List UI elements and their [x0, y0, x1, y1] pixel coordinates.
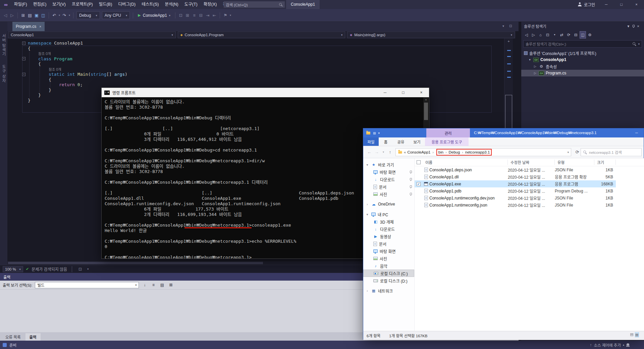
codelens-references[interactable]: 참조 0개: [49, 67, 61, 71]
output-clear-icon[interactable]: ⊠: [168, 283, 174, 287]
details-view-icon[interactable]: ▤: [630, 332, 633, 337]
sidebar-item-desktop[interactable]: 바탕 화면: [363, 168, 414, 176]
sync-icon[interactable]: ⇄: [558, 32, 565, 38]
quick-access-caret-icon[interactable]: ▾: [378, 131, 380, 135]
fold-marker[interactable]: −: [22, 73, 25, 76]
expander-open-icon[interactable]: ▾: [365, 163, 369, 167]
configuration-dropdown[interactable]: Debug ▾: [76, 11, 100, 19]
tab-program-cs[interactable]: Program.cs ×: [12, 22, 45, 31]
quick-search-input[interactable]: 검색 (Ctrl+Q): [224, 1, 285, 8]
redo-caret-icon[interactable]: ▾: [68, 11, 71, 19]
output-wrap-icon[interactable]: ≡: [150, 283, 156, 287]
column-header-date[interactable]: 수정한 날짜: [508, 160, 555, 165]
home-icon[interactable]: ⌂: [537, 32, 544, 38]
expander-closed-icon[interactable]: ›: [365, 202, 369, 206]
expander-open-icon[interactable]: ▾: [528, 58, 532, 61]
project-dropdown[interactable]: ConsoleApp1 ▾: [8, 32, 176, 38]
ribbon-tab-file[interactable]: 파일: [363, 137, 379, 146]
column-header-name[interactable]: 이름: [423, 160, 508, 165]
save-icon[interactable]: ▣: [33, 11, 40, 19]
undo-icon[interactable]: ↶: [51, 11, 58, 19]
refresh-icon[interactable]: ⟳: [574, 146, 581, 158]
toolbar-icon-1[interactable]: ⊡: [177, 11, 184, 19]
expander-open-icon[interactable]: ▾: [365, 213, 369, 216]
toolbar-icon-3[interactable]: ≡: [191, 11, 198, 19]
redo-icon[interactable]: ↷: [61, 11, 68, 19]
tree-item-dependencies[interactable]: ▷ ⚙ 종속성: [521, 63, 644, 70]
back-icon[interactable]: ◁: [523, 32, 530, 38]
start-debugging-button[interactable]: ▶ ConsoleApp1 ▾: [135, 13, 173, 18]
sidebar-tab-toolbox[interactable]: 도구 상자: [1, 65, 6, 83]
zoom-dropdown[interactable]: 100 % ▾: [3, 266, 23, 272]
sidebar-item-pc-downloads[interactable]: ↓다운로드: [363, 225, 414, 233]
chevron-down-icon[interactable]: ▾: [625, 23, 632, 30]
type-dropdown[interactable]: ◆ ConsoleApp1.Program ▾: [178, 32, 345, 38]
breadcrumb-debug[interactable]: Debug: [449, 150, 460, 154]
chevron-down-icon[interactable]: ▾: [551, 32, 558, 38]
map-viewport[interactable]: [505, 95, 512, 132]
breadcrumb-netcoreapp31[interactable]: netcoreapp3.1: [465, 150, 490, 154]
file-row[interactable]: ConsoleApp1.dll 2020-04-12 일요일 ... 응용 프로…: [415, 173, 616, 180]
file-row-selected[interactable]: ✔ ConsoleApp1.exe 2020-04-12 일요일 ... 응용 …: [415, 180, 616, 187]
menu-debug[interactable]: 디버그(D): [115, 0, 139, 9]
scrollbar-thumb[interactable]: [424, 103, 428, 120]
sidebar-item-pictures[interactable]: 사진: [363, 190, 414, 198]
sidebar-item-documents[interactable]: 문서: [363, 183, 414, 190]
undo-caret-icon[interactable]: ▾: [58, 11, 61, 19]
platform-dropdown[interactable]: Any CPU ▾: [102, 11, 130, 19]
bookmark-caret-icon[interactable]: ▾: [229, 11, 232, 19]
sidebar-item-onedrive[interactable]: ›☁OneDrive: [363, 200, 414, 208]
file-row[interactable]: ConsoleApp1.deps.json 2020-04-12 일요일 ...…: [415, 166, 616, 173]
switch-views-icon[interactable]: ⊡: [544, 32, 551, 38]
save-all-icon[interactable]: ◫: [40, 11, 47, 19]
column-header-type[interactable]: 유형: [555, 160, 594, 165]
sidebar-item-3d-objects[interactable]: ◧3D 개체: [363, 218, 414, 225]
menu-build[interactable]: 빌드(B): [96, 0, 115, 9]
expander-closed-icon[interactable]: ▷: [533, 65, 537, 68]
menu-project[interactable]: 프로젝트(P): [69, 0, 96, 9]
scrollbar-thumb[interactable]: [8, 262, 263, 264]
output-list-icon[interactable]: ▤: [159, 283, 165, 287]
menu-test[interactable]: 테스트(S): [139, 0, 162, 9]
menu-extensions[interactable]: 확장(X): [201, 0, 220, 9]
fold-marker[interactable]: −: [22, 42, 25, 45]
pin-icon[interactable]: [632, 24, 635, 28]
cmd-maximize-button[interactable]: □: [395, 88, 411, 97]
large-icons-view-icon[interactable]: ▦: [635, 332, 639, 337]
sidebar-item-downloads[interactable]: ↓다운로드: [363, 176, 414, 183]
sidebar-item-pc-pictures[interactable]: 사진: [363, 255, 414, 262]
menu-edit[interactable]: 편집(E): [30, 0, 50, 9]
quick-access-toolbar-icon[interactable]: ▤: [373, 131, 376, 135]
open-file-icon[interactable]: ▤: [26, 11, 33, 19]
solution-explorer-header[interactable]: 솔루션 탐색기 ▾ ×: [521, 22, 644, 31]
close-icon[interactable]: ×: [635, 23, 641, 30]
health-extra-icon[interactable]: ⊡: [77, 265, 84, 273]
fold-marker[interactable]: −: [22, 57, 25, 60]
solution-search-input[interactable]: 솔루션 탐색기 검색(Ctrl+;) ▾: [523, 40, 642, 48]
sidebar-item-local-disk-c[interactable]: 로컬 디스크 (C:): [363, 270, 414, 277]
toolbar-icon-2[interactable]: ⊞: [184, 11, 191, 19]
ribbon-tab-view[interactable]: 보기: [409, 137, 425, 146]
tab-list-icon[interactable]: ▾: [502, 24, 504, 28]
preview-selected-icon[interactable]: ◫: [580, 31, 586, 39]
cmd-title-bar[interactable]: C:₩ 명령 프롬프트 ─ □ ×: [102, 88, 429, 97]
scroll-up-icon[interactable]: ▴: [423, 97, 429, 102]
expander-closed-icon[interactable]: ›: [365, 289, 369, 293]
sidebar-item-videos[interactable]: ▶동영상: [363, 233, 414, 240]
indent-icon[interactable]: ⇥: [204, 11, 211, 19]
output-find-icon[interactable]: ↓: [142, 283, 148, 287]
sidebar-item-pc-desktop[interactable]: 바탕 화면: [363, 247, 414, 255]
chevron-down-icon[interactable]: ▾: [86, 265, 90, 273]
breadcrumb-bin[interactable]: bin: [438, 150, 443, 154]
member-dropdown[interactable]: ◈ Main(string[] args) ▾: [347, 32, 515, 38]
refresh-icon[interactable]: ⟳: [566, 32, 572, 38]
ribbon-tab-share[interactable]: 공유: [393, 137, 409, 146]
cmd-minimize-button[interactable]: ─: [377, 88, 393, 97]
tree-item-solution[interactable]: 솔루션 'ConsoleApp1' (1/1개 프로젝트): [521, 50, 644, 56]
file-row[interactable]: ConsoleApp1.runtimeconfig.json 2020-04-1…: [415, 201, 616, 209]
file-row[interactable]: ConsoleApp1.pdb 2020-04-12 일요일 ... Progr…: [415, 187, 616, 194]
tab-float-icon[interactable]: ⊡: [509, 24, 512, 28]
outdent-icon[interactable]: ⇤: [211, 11, 218, 19]
file-row[interactable]: ConsoleApp1.runtimeconfig.dev.json 2020-…: [415, 194, 616, 201]
nav-history-caret-icon[interactable]: ▾: [380, 146, 387, 158]
